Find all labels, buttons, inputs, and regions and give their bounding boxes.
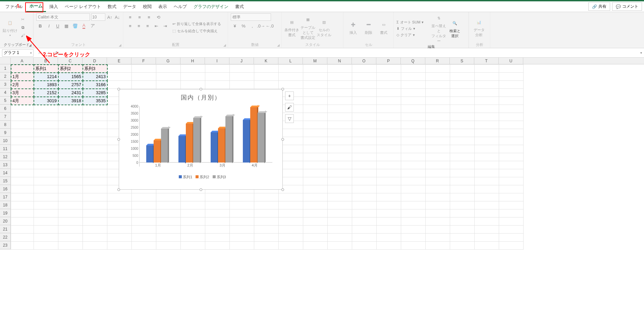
cell[interactable]: 3918: [58, 97, 83, 105]
cell[interactable]: [83, 177, 107, 185]
cell[interactable]: [58, 177, 83, 185]
cell[interactable]: 4月: [11, 97, 34, 105]
cell[interactable]: [377, 161, 401, 169]
cell[interactable]: [352, 97, 377, 105]
cell[interactable]: [34, 209, 58, 217]
row-header[interactable]: 8: [0, 121, 11, 129]
cell[interactable]: [377, 65, 401, 73]
cell[interactable]: [426, 201, 450, 209]
cell[interactable]: [475, 81, 499, 89]
cell[interactable]: 系列3: [83, 65, 107, 73]
cell[interactable]: [450, 201, 475, 209]
cell[interactable]: [58, 226, 83, 234]
cell[interactable]: [352, 121, 377, 129]
cell[interactable]: [377, 89, 401, 97]
row-header[interactable]: 18: [0, 201, 11, 209]
cell[interactable]: [11, 209, 34, 217]
cell[interactable]: [303, 234, 328, 242]
cell[interactable]: [11, 145, 34, 153]
col-header[interactable]: T: [474, 58, 499, 64]
cell[interactable]: [156, 226, 181, 234]
format-table-button[interactable]: ▦テーブルとして 書式設定: [301, 13, 315, 42]
cell[interactable]: [230, 242, 254, 250]
cell[interactable]: [401, 226, 426, 234]
cell[interactable]: [11, 161, 34, 169]
cell[interactable]: [205, 217, 230, 226]
cell[interactable]: 2431: [58, 89, 83, 97]
cell[interactable]: [156, 81, 181, 89]
cell[interactable]: [107, 234, 132, 242]
number-launcher[interactable]: ◢: [276, 43, 281, 47]
bar[interactable]: [250, 107, 257, 163]
cell[interactable]: [303, 121, 328, 129]
cell[interactable]: [303, 169, 328, 177]
cell[interactable]: [279, 193, 303, 201]
cell[interactable]: [83, 193, 107, 201]
chart-filter-button[interactable]: ▽: [285, 114, 294, 123]
cell[interactable]: [11, 234, 34, 242]
cut-button[interactable]: ✂: [19, 16, 27, 23]
cell[interactable]: [303, 137, 328, 145]
cell[interactable]: [328, 169, 352, 177]
row-header[interactable]: 7: [0, 113, 11, 121]
data-analysis-button[interactable]: 📊データ 分析: [472, 13, 486, 42]
cell[interactable]: [11, 137, 34, 145]
cell[interactable]: [34, 145, 58, 153]
bar[interactable]: [211, 132, 217, 163]
row-header[interactable]: 13: [0, 161, 11, 169]
cell[interactable]: [328, 177, 352, 185]
cell[interactable]: [328, 121, 352, 129]
cell[interactable]: [11, 153, 34, 161]
cell[interactable]: [475, 193, 499, 201]
cell[interactable]: [426, 89, 450, 97]
resize-handle[interactable]: [117, 188, 120, 191]
cell[interactable]: [11, 226, 34, 234]
row-header[interactable]: 23: [0, 241, 11, 249]
row-header[interactable]: 1: [0, 64, 11, 72]
cell[interactable]: [426, 73, 450, 81]
cell[interactable]: [377, 153, 401, 161]
cell[interactable]: [401, 185, 426, 193]
cell[interactable]: [58, 113, 83, 121]
cell[interactable]: [475, 169, 499, 177]
cell[interactable]: [499, 129, 524, 137]
cell[interactable]: [377, 242, 401, 250]
cell[interactable]: [401, 89, 426, 97]
sort-filter-button[interactable]: ⇅並べ替えと フィルター: [431, 13, 446, 44]
comment-button[interactable]: 💬コメント: [612, 2, 642, 11]
cell[interactable]: [205, 209, 230, 217]
cell[interactable]: [230, 81, 254, 89]
col-header[interactable]: F: [131, 58, 156, 64]
bar[interactable]: [225, 116, 232, 163]
cell[interactable]: [11, 217, 34, 226]
cell[interactable]: [156, 73, 181, 81]
align-middle-button[interactable]: ≡: [136, 13, 144, 21]
bar[interactable]: [161, 129, 168, 163]
col-header[interactable]: L: [278, 58, 303, 64]
formula-bar[interactable]: [60, 49, 638, 57]
cell[interactable]: [254, 193, 279, 201]
cell[interactable]: [83, 113, 107, 121]
col-header[interactable]: H: [180, 58, 205, 64]
phonetic-button[interactable]: ア: [89, 22, 97, 29]
font-color-button[interactable]: A: [80, 22, 88, 29]
cell[interactable]: [450, 65, 475, 73]
cell[interactable]: [156, 201, 181, 209]
chart-title[interactable]: 国内（月別）: [119, 93, 282, 102]
expand-formula-bar[interactable]: ▾: [638, 51, 644, 55]
cell[interactable]: [475, 89, 499, 97]
align-bottom-button[interactable]: ≡: [145, 13, 153, 21]
cell[interactable]: [303, 113, 328, 121]
col-header[interactable]: G: [156, 58, 180, 64]
cell[interactable]: [352, 234, 377, 242]
cell[interactable]: [352, 129, 377, 137]
cell[interactable]: [303, 129, 328, 137]
cell[interactable]: [475, 153, 499, 161]
cell[interactable]: [499, 153, 524, 161]
chart-object[interactable]: + 🖌 ▽ 国内（月別） 050010001500200025003000350…: [119, 89, 283, 190]
cell[interactable]: [377, 97, 401, 105]
cell[interactable]: [132, 65, 156, 73]
cell[interactable]: [34, 201, 58, 209]
row-header[interactable]: 9: [0, 129, 11, 137]
cell[interactable]: [230, 193, 254, 201]
